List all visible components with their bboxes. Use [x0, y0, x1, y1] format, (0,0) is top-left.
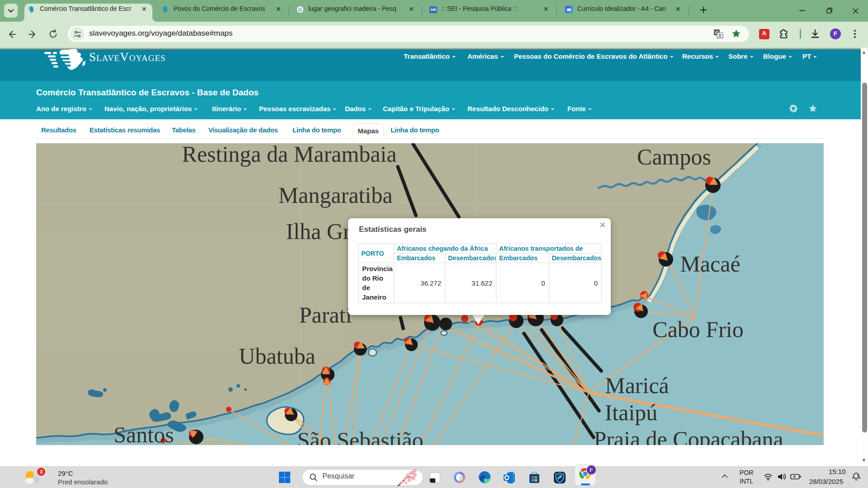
svg-text:Campos: Campos — [637, 144, 711, 169]
svg-text:Cabo Frio: Cabo Frio — [652, 317, 743, 342]
svg-text:São Sebastião: São Sebastião — [297, 427, 423, 445]
svg-text:Ubatuba: Ubatuba — [239, 343, 315, 369]
svg-text:Ilha Gr: Ilha Gr — [286, 219, 351, 244]
svg-text:Santos: Santos — [113, 422, 174, 445]
svg-text:z: z — [857, 474, 859, 477]
svg-text:文: 文 — [717, 33, 722, 38]
svg-text:Macaé: Macaé — [680, 251, 740, 277]
svg-text:Itaipú: Itaipú — [605, 400, 658, 425]
svg-text:Restinga da Marambaia: Restinga da Marambaia — [182, 143, 397, 167]
svg-text:Parati: Parati — [299, 302, 352, 328]
svg-text:Praia de Copacabana: Praia de Copacabana — [594, 427, 783, 445]
svg-text:Maricá: Maricá — [605, 373, 669, 398]
svg-text:Mangaratiba: Mangaratiba — [278, 183, 393, 208]
svg-text:G: G — [298, 7, 302, 12]
